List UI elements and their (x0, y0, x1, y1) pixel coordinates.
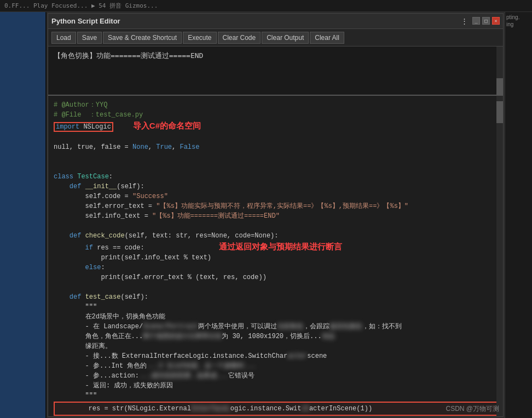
code-line-13 (54, 221, 498, 231)
code-line-14: def check_code(self, text: str, res=None… (54, 231, 498, 241)
output-scrollbar-thumb (496, 78, 503, 95)
output-scrollbar[interactable] (496, 47, 503, 95)
code-line-15: if res == code: 通过返回对象与预期结果进行断言 (54, 241, 498, 253)
code-scrollbar[interactable] (496, 96, 503, 416)
code-line-23: - 在 Landscape/Scene/Portrait两个场景中使用，可以调过… (54, 322, 498, 332)
code-line-6 (54, 152, 498, 162)
import-highlight: import NSLogic (54, 122, 113, 132)
code-line-4 (54, 132, 498, 142)
load-button[interactable]: Load (51, 32, 76, 44)
script-editor-panel: Python Script Editor ⋮ _ □ ✕ Load Save S… (48, 13, 504, 417)
code-line-10: self.code = "Success" (54, 191, 498, 201)
annotation-2: 通过返回对象与预期结果进行断言 (219, 242, 342, 251)
clear-output-button[interactable]: Clear Output (262, 32, 309, 44)
code-line-8: class TestCase: (54, 172, 498, 182)
code-line-17: else: (54, 263, 498, 272)
right-sidebar: pting. ing (505, 12, 532, 418)
code-line-11: self.error_text = "【%s】功能实际与预期不符，程序异常,实际… (54, 201, 498, 211)
code-line-29: - 返回: 成功，或失败的原因 (54, 381, 498, 391)
code-scrollbar-thumb (496, 101, 503, 123)
editor-title: Python Script Editor (51, 17, 120, 25)
maximize-button[interactable]: □ (482, 17, 490, 25)
code-line-21: """ (54, 302, 498, 312)
code-line-20: def test_case(self): (54, 292, 498, 302)
code-line-30: """ (54, 391, 498, 400)
code-line-27: - 参...Int 角色的...3 当id为0是，走一个参数时... (54, 361, 498, 371)
left-sidebar (0, 12, 47, 418)
code-line-2: # @File ：test_case.py (54, 110, 498, 120)
right-sidebar-line-1: pting. (506, 14, 531, 20)
code-line-22: 在2d场景中，切换角色功能 (54, 312, 498, 322)
output-text: 【角色切换】功能=======测试通过=====END (54, 51, 203, 60)
code-area[interactable]: # @Author：YYQ # @File ：test_case.py impo… (48, 96, 503, 416)
code-line-5: null, true, false = None, True, False (54, 142, 498, 152)
code-line-12: self.info_text = "【%s】功能=======测试通过=====… (54, 211, 498, 221)
code-line-25: 缘距离。 (54, 341, 498, 351)
annotation-1: 导入C#的命名空间 (133, 121, 201, 130)
save-create-shortcut-button[interactable]: Save & Create Shortcut (103, 32, 182, 44)
main-layout: Python Script Editor ⋮ _ □ ✕ Load Save S… (0, 12, 532, 418)
code-line-7 (54, 162, 498, 172)
right-sidebar-line-2: ing (506, 21, 531, 27)
code-line-19 (54, 282, 498, 292)
watermark: CSDN @万物可测 (446, 404, 499, 414)
code-line-1: # @Author：YYQ (54, 100, 498, 110)
output-area[interactable]: 【角色切换】功能=======测试通过=====END (48, 47, 503, 96)
window-controls: ⋮ _ □ ✕ (461, 17, 500, 25)
code-line-26: - 接...数 ExternalInterfaceLogic.instance.… (54, 351, 498, 361)
execute-button[interactable]: Execute (183, 32, 216, 44)
code-line-31: res = str(NSLogic.ExternalInterfaceLogic… (54, 402, 498, 416)
code-line-16: print(self.info_text % text) (54, 253, 498, 263)
clear-code-button[interactable]: Clear Code (218, 32, 261, 44)
menu-icon[interactable]: ⋮ (461, 17, 468, 25)
minimize-button[interactable]: _ (472, 17, 480, 25)
code-line-28: - 参...action:...成功后的回调，如果成...它错误号 (54, 371, 498, 381)
code-line-3: import NSLogic 导入C#的命名空间 (54, 120, 498, 132)
save-button[interactable]: Save (77, 32, 102, 44)
title-bar: Python Script Editor ⋮ _ □ ✕ (48, 14, 503, 29)
top-bar: 0.FF... Play Focused... ▶ 54 拼音 Gizmos..… (0, 0, 532, 12)
top-bar-content: 0.FF... Play Focused... ▶ 54 拼音 Gizmos..… (4, 2, 158, 10)
close-button[interactable]: ✕ (492, 17, 500, 25)
clear-all-button[interactable]: Clear All (310, 32, 344, 44)
code-line-9: def __init__(self): (54, 182, 498, 191)
result-highlight: res = str(NSLogic.ExternalInterfaceLogic… (54, 402, 498, 416)
code-line-18: print(self.error_text % (text, res, code… (54, 272, 498, 282)
toolbar: Load Save Save & Create Shortcut Execute… (48, 29, 503, 47)
code-line-24: 角色，角色正在...两个场景的设计分辨率分别为 30, 1080x1920，切换… (54, 332, 498, 341)
